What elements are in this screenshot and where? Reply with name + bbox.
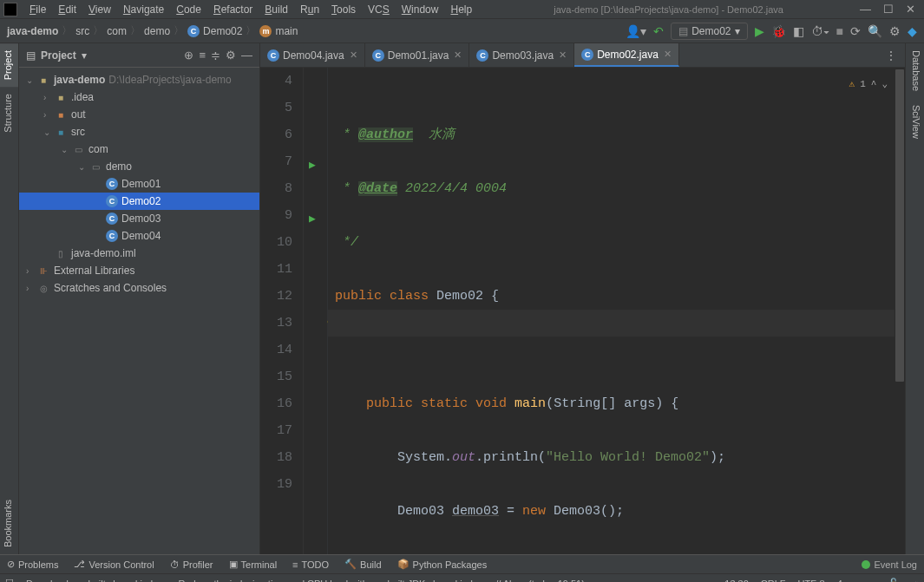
coverage-button[interactable]: ◧ xyxy=(793,24,804,38)
tree-idea[interactable]: › ■ .idea xyxy=(19,88,259,106)
tab-profiler[interactable]: ⏱ Profiler xyxy=(170,559,213,570)
close-button[interactable]: ✕ xyxy=(906,3,915,16)
menu-refactor[interactable]: Refactor xyxy=(208,2,258,17)
menu-vcs[interactable]: VCS xyxy=(363,2,395,17)
close-icon[interactable]: ✕ xyxy=(664,49,672,60)
memory-icon[interactable]: ♂ xyxy=(912,579,919,583)
bc-project[interactable]: java-demo xyxy=(7,25,58,37)
tree-scratches[interactable]: › ◎ Scratches and Consoles xyxy=(19,279,259,297)
status-message[interactable]: Download pre-built shared indexes: Reduc… xyxy=(26,579,712,583)
file-encoding[interactable]: UTF-8 xyxy=(798,579,825,583)
menu-window[interactable]: Window xyxy=(396,2,444,17)
tab-demo03[interactable]: CDemo03.java✕ xyxy=(469,43,574,67)
tab-demo02[interactable]: CDemo02.java✕ xyxy=(574,43,679,67)
maximize-button[interactable]: ☐ xyxy=(883,3,894,16)
profile-button[interactable]: ⏱▾ xyxy=(811,24,829,38)
project-dropdown-icon[interactable]: ▾ xyxy=(82,49,87,62)
bc-class[interactable]: Demo02 xyxy=(203,25,242,37)
tree-demo[interactable]: ⌄ ▭ demo xyxy=(19,158,259,175)
ide-features-icon[interactable]: ◆ xyxy=(908,24,917,38)
close-icon[interactable]: ✕ xyxy=(559,49,567,61)
tab-todo[interactable]: ≡ TODO xyxy=(292,559,329,570)
indent-config[interactable]: 4 spaces xyxy=(837,579,875,583)
close-icon[interactable]: ✕ xyxy=(350,49,357,61)
bc-com[interactable]: com xyxy=(107,25,127,37)
tree-com[interactable]: ⌄ ▭ com xyxy=(19,141,259,158)
tree-class-demo02[interactable]: C Demo02 xyxy=(19,193,259,210)
tree-external-libs[interactable]: › ⊪ External Libraries xyxy=(19,262,259,279)
menu-edit[interactable]: Edit xyxy=(53,2,82,17)
tab-problems[interactable]: ⊘ Problems xyxy=(7,559,58,570)
menu-run[interactable]: Run xyxy=(295,2,324,17)
status-icon[interactable]: ☐ xyxy=(5,578,14,582)
tab-demo01[interactable]: CDemo01.java✕ xyxy=(365,43,470,67)
down-icon[interactable]: ⌄ xyxy=(881,71,888,98)
menu-file[interactable]: File xyxy=(24,2,51,17)
up-icon[interactable]: ^ xyxy=(871,71,877,98)
tree-iml[interactable]: ▯ java-demo.iml xyxy=(19,245,259,262)
inspection-widget[interactable]: ⚠ 1 ^ ⌄ xyxy=(849,71,888,98)
menu-help[interactable]: Help xyxy=(445,2,477,17)
user-icon[interactable]: 👤▾ xyxy=(626,24,646,38)
minimize-button[interactable]: — xyxy=(860,3,871,16)
tree-out[interactable]: › ■ out xyxy=(19,106,259,123)
hide-icon[interactable]: — xyxy=(241,49,252,62)
settings-icon[interactable]: ⚙ xyxy=(889,24,901,38)
run-line-icon[interactable]: ▶ xyxy=(309,152,316,179)
tab-database[interactable]: Database xyxy=(906,43,924,98)
chevron-down-icon[interactable]: ⌄ xyxy=(26,75,36,85)
menu-view[interactable]: View xyxy=(83,2,116,17)
menu-code[interactable]: Code xyxy=(171,2,206,17)
gear-icon[interactable]: ⚙ xyxy=(226,49,236,62)
tabs-more-icon[interactable]: ⋮ xyxy=(877,43,905,67)
tab-structure[interactable]: Structure xyxy=(0,87,18,140)
readonly-toggle-icon[interactable]: 🔓 xyxy=(888,578,900,582)
bc-src[interactable]: src xyxy=(75,25,89,37)
tab-python-packages[interactable]: 📦 Python Packages xyxy=(397,559,488,570)
tree-class-demo01[interactable]: C Demo01 xyxy=(19,175,259,193)
bc-demo[interactable]: demo xyxy=(144,25,170,37)
chevron-right-icon[interactable]: › xyxy=(26,266,36,276)
close-icon[interactable]: ✕ xyxy=(454,49,462,61)
menu-navigate[interactable]: Navigate xyxy=(118,2,169,17)
target-icon[interactable]: ⊕ xyxy=(184,49,193,62)
tab-event-log[interactable]: Event Log xyxy=(862,559,917,570)
run-line-icon[interactable]: ▶ xyxy=(309,206,316,232)
tab-bookmarks[interactable]: Bookmarks xyxy=(0,493,18,554)
chevron-down-icon[interactable]: ⌄ xyxy=(43,128,54,137)
scrollbar-thumb[interactable] xyxy=(895,69,904,382)
run-button[interactable]: ▶ xyxy=(755,24,764,38)
tree-root[interactable]: ⌄ ■ java-demo D:\IdeaProjects\java-demo xyxy=(19,71,259,88)
menu-tools[interactable]: Tools xyxy=(326,2,361,17)
caret-position[interactable]: 13:30 xyxy=(724,579,749,583)
chevron-down-icon[interactable]: ⌄ xyxy=(78,162,88,172)
window-controls: — ☐ ✕ xyxy=(860,3,921,16)
tab-terminal[interactable]: ▣ Terminal xyxy=(229,559,278,570)
search-icon[interactable]: 🔍 xyxy=(868,24,882,38)
menu-build[interactable]: Build xyxy=(259,2,293,17)
run-config-selector[interactable]: ▤ Demo02 ▾ xyxy=(671,23,747,40)
tree-src[interactable]: ⌄ ■ src xyxy=(19,123,259,141)
chevron-down-icon[interactable]: ⌄ xyxy=(61,145,71,154)
tree-class-demo03[interactable]: C Demo03 xyxy=(19,210,259,227)
bc-method[interactable]: main xyxy=(275,25,298,37)
debug-button[interactable]: 🐞 xyxy=(771,24,786,38)
chevron-right-icon[interactable]: › xyxy=(26,284,36,293)
sort-icon[interactable]: ≡ xyxy=(199,49,206,62)
tab-sciview[interactable]: SciView xyxy=(906,98,924,146)
tab-demo04[interactable]: CDemo04.java✕ xyxy=(260,43,365,67)
tab-version-control[interactable]: ⎇ Version Control xyxy=(74,559,154,570)
chevron-right-icon[interactable]: › xyxy=(43,93,54,102)
expand-icon[interactable]: ≑ xyxy=(211,49,220,62)
editor-gutter[interactable]: ▶ ▶ 💡 xyxy=(304,68,328,554)
code-content[interactable]: * @author 水滴 * @date 2022/4/4 0004 */ pu… xyxy=(328,68,905,554)
stop-button[interactable]: ■ xyxy=(836,24,843,38)
chevron-right-icon[interactable]: › xyxy=(43,110,54,120)
tab-project[interactable]: Project xyxy=(0,43,18,87)
tree-class-demo04[interactable]: C Demo04 xyxy=(19,227,259,245)
vcs-update-icon[interactable]: ⟳ xyxy=(850,24,861,38)
line-separator[interactable]: CRLF xyxy=(761,579,786,583)
back-icon[interactable]: ↶ xyxy=(653,24,664,38)
code-editor[interactable]: ⚠ 1 ^ ⌄ 4 5 6 7 8 9 10 11 12 13 14 15 16… xyxy=(260,68,905,554)
tab-build[interactable]: 🔨 Build xyxy=(344,559,381,570)
